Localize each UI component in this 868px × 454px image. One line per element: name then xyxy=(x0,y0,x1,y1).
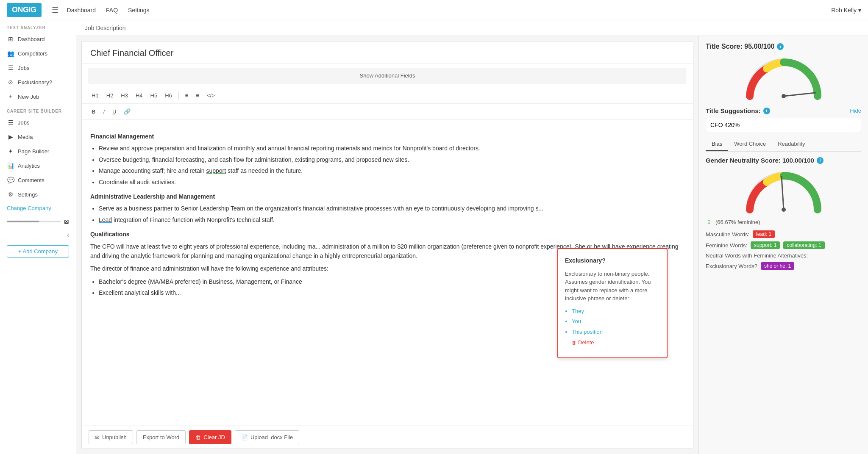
sidebar-item-label: Jobs xyxy=(18,119,29,126)
collapse-btn[interactable]: ‹ xyxy=(67,232,69,238)
h6-button[interactable]: H6 xyxy=(162,91,175,100)
popup-item-they[interactable]: They xyxy=(572,307,660,316)
clear-jd-button[interactable]: 🗑 Clear JD xyxy=(189,430,231,444)
gender-score-info-icon[interactable]: i xyxy=(817,157,823,164)
sidebar-item-page-builder[interactable]: ✦ Page Builder xyxy=(0,144,76,158)
gender-section: Gender Neutrality Score: 100.00/100 i xyxy=(706,157,861,270)
sidebar-item-dashboard[interactable]: ⊞ Dashboard xyxy=(0,32,76,46)
tab-readability[interactable]: Readability xyxy=(772,137,811,151)
sidebar-item-new-job[interactable]: + New Job xyxy=(0,89,76,104)
editor-content[interactable]: Financial Management Review and approve … xyxy=(82,120,693,426)
tab-word-choice[interactable]: Word Choice xyxy=(728,137,772,151)
italic-button[interactable]: I xyxy=(100,107,108,116)
feminine-tag-0[interactable]: support: 1 xyxy=(751,241,780,249)
clear-icon: 🗑 xyxy=(195,434,201,440)
feminine-tag-1[interactable]: collaborating: 1 xyxy=(783,241,824,249)
add-company-button[interactable]: + Add Company xyxy=(7,245,69,257)
gender-score-label: Gender Neutrality Score: 100.00/100 xyxy=(706,157,814,164)
h2-button[interactable]: H2 xyxy=(103,91,117,100)
new-job-icon: + xyxy=(7,93,14,100)
sidebar-item-jobs[interactable]: ☰ Jobs xyxy=(0,61,76,75)
sidebar-item-competitors[interactable]: 👥 Competitors xyxy=(0,46,76,61)
upload-label: Upload .docx File xyxy=(250,434,293,440)
export-word-button[interactable]: Export to Word xyxy=(136,430,186,444)
nav-dashboard[interactable]: Dashboard xyxy=(67,7,96,14)
sidebar-item-media[interactable]: ▶ Media xyxy=(0,130,76,144)
bottom-toolbar: ✉ Unpublish Export to Word 🗑 Clear JD 📄 … xyxy=(82,426,693,448)
popup-item-this-position[interactable]: This position xyxy=(572,328,660,337)
hamburger-icon[interactable]: ☰ xyxy=(52,6,58,15)
show-additional-button[interactable]: Show Additional Fields xyxy=(89,68,686,83)
gender-score-title: Gender Neutrality Score: 100.00/100 i xyxy=(706,157,861,164)
popup-delete[interactable]: 🗑 Delete xyxy=(572,338,660,347)
user-menu[interactable]: Rob Kelly ▾ xyxy=(831,7,861,14)
list-item: Oversee budgeting, financial forecasting… xyxy=(99,155,684,164)
highlighted-word-support: support xyxy=(206,167,226,174)
hide-link[interactable]: Hide xyxy=(850,108,861,114)
text-toolbar: B I U 🔗 xyxy=(82,104,693,120)
suggestion-input[interactable] xyxy=(706,118,861,132)
h3-button[interactable]: H3 xyxy=(118,91,131,100)
bold-button[interactable]: B xyxy=(89,107,98,116)
career-site-label: CAREER SITE BUILDER xyxy=(0,104,76,115)
title-score-info-icon[interactable]: i xyxy=(777,43,784,50)
unpublish-label: Unpublish xyxy=(102,434,127,440)
popup-suggestions-list: They You This position 🗑 Delete xyxy=(565,307,660,347)
top-nav: ONGIG ☰ Dashboard FAQ Settings Rob Kelly… xyxy=(0,0,868,20)
change-company[interactable]: Change Company xyxy=(0,202,76,215)
sidebar-item-exclusionary[interactable]: ⊘ Exclusionary? xyxy=(0,75,76,89)
sidebar-item-comments[interactable]: 💬 Comments xyxy=(0,173,76,187)
code-button[interactable]: </> xyxy=(204,91,218,100)
analysis-tabs: Bias Word Choice Readability xyxy=(706,137,861,152)
sidebar-item-settings[interactable]: ⚙ Settings xyxy=(0,187,76,202)
formatting-toolbar: H1 H2 H3 H4 H5 H6 ≡ ≡ </> xyxy=(82,88,693,104)
admin-list: Serve as a business partner to Senior Le… xyxy=(90,204,684,224)
gender-icon: ♀ xyxy=(706,217,712,227)
ol-button[interactable]: ≡ xyxy=(193,91,202,100)
suggestions-title: Title Suggestions: i xyxy=(706,107,770,114)
ul-button[interactable]: ≡ xyxy=(182,91,192,100)
masculine-tag-0[interactable]: lead: 1 xyxy=(753,230,775,238)
suggestions-section: Title Suggestions: i Hide xyxy=(706,107,861,114)
feminine-words-row: Feminine Words: support: 1 collaborating… xyxy=(706,241,861,249)
h4-button[interactable]: H4 xyxy=(133,91,146,100)
gauge-svg-1 xyxy=(741,54,826,100)
list-item: Review and approve preparation and final… xyxy=(99,144,684,153)
masculine-words-row: Masculine Words: lead: 1 xyxy=(706,230,861,238)
job-title[interactable]: Chief Financial Officer xyxy=(82,42,693,64)
nav-links: Dashboard FAQ Settings xyxy=(67,7,150,14)
unpublish-button[interactable]: ✉ Unpublish xyxy=(89,430,133,444)
exclusionary-label: Exclusionary Words? xyxy=(706,263,757,269)
masculine-label: Masculine Words: xyxy=(706,231,749,238)
sidebar: TEXT ANALYZER ⊞ Dashboard 👥 Competitors … xyxy=(0,20,76,454)
upload-button[interactable]: 📄 Upload .docx File xyxy=(235,430,299,444)
exclusionary-tag-0[interactable]: she or he: 1 xyxy=(761,262,794,270)
list-item: Coordinate all audit activities. xyxy=(99,177,684,187)
collapse-icon: ⊠ xyxy=(64,218,69,225)
h1-button[interactable]: H1 xyxy=(89,91,102,100)
sidebar-item-label: Competitors xyxy=(18,50,47,57)
content-body: Chief Financial Officer Show Additional … xyxy=(76,36,868,454)
breadcrumb: Job Description xyxy=(76,20,868,36)
sidebar-collapse[interactable]: ‹ xyxy=(0,228,76,242)
title-score-title: Title Score: 95.00/100 i xyxy=(706,43,861,50)
qualifications-heading: Qualifications xyxy=(90,230,684,239)
h5-button[interactable]: H5 xyxy=(147,91,161,100)
gender-percent: (66.67% feminine) xyxy=(715,219,760,225)
suggestions-info-icon[interactable]: i xyxy=(763,108,770,114)
list-item: Lead integration of Finance function wit… xyxy=(99,215,684,224)
underline-button[interactable]: U xyxy=(109,107,119,116)
link-button[interactable]: 🔗 xyxy=(121,107,134,116)
section-heading-2: Administrative Leadership and Management xyxy=(90,192,684,201)
nav-faq[interactable]: FAQ xyxy=(106,7,118,14)
jobs-cs-icon: ☰ xyxy=(7,119,14,126)
delete-label[interactable]: Delete xyxy=(578,338,594,347)
list-item: Serve as a business partner to Senior Le… xyxy=(99,204,684,213)
sidebar-item-jobs-cs[interactable]: ☰ Jobs xyxy=(0,115,76,130)
popup-item-you[interactable]: You xyxy=(572,317,660,326)
sidebar-item-analytics[interactable]: 📊 Analytics xyxy=(0,158,76,173)
sidebar-item-label: Analytics xyxy=(18,163,40,169)
nav-settings[interactable]: Settings xyxy=(128,7,150,14)
upload-icon: 📄 xyxy=(241,434,248,440)
tab-bias[interactable]: Bias xyxy=(706,137,728,151)
